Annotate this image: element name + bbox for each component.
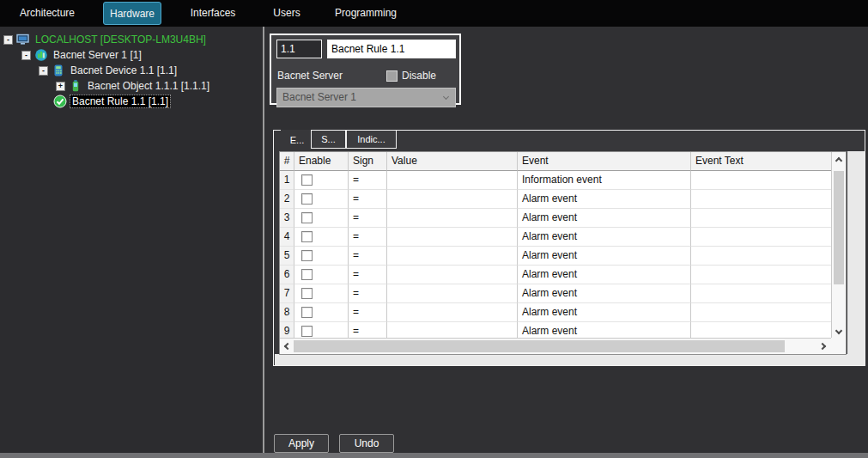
computer-icon — [16, 33, 30, 46]
sign-cell[interactable]: = — [349, 228, 387, 247]
enable-checkbox[interactable] — [301, 269, 313, 280]
enable-cell — [294, 303, 349, 322]
event-text-cell[interactable] — [691, 209, 846, 228]
row-number: 3 — [280, 209, 294, 228]
event-text-cell[interactable] — [691, 247, 846, 266]
tree-item-label[interactable]: LOCALHOST [DESKTOP-LM3U4BH] — [33, 34, 208, 46]
scrollbar-corner — [831, 338, 846, 354]
enable-checkbox[interactable] — [301, 288, 313, 299]
apply-button[interactable]: Apply — [274, 434, 329, 453]
value-cell[interactable] — [387, 209, 518, 228]
scroll-down-icon[interactable] — [835, 327, 842, 334]
event-text-cell[interactable] — [691, 266, 846, 284]
nav-tab-architecture[interactable]: Architecture — [9, 2, 86, 25]
value-cell[interactable] — [387, 266, 518, 284]
event-text-cell[interactable] — [691, 190, 846, 209]
event-cell[interactable]: Alarm event — [518, 190, 691, 209]
rule-name-field[interactable] — [327, 40, 456, 58]
value-cell[interactable] — [387, 190, 518, 209]
server-label: Bacnet Server — [277, 70, 343, 82]
event-cell[interactable]: Alarm event — [518, 303, 691, 322]
row-number: 7 — [280, 284, 294, 303]
tree-item-bacnet-object[interactable]: + Bacnet Object 1.1.1 [1.1.1] — [56, 78, 211, 94]
disable-label: Disable — [402, 70, 436, 82]
table-row: 2 = Alarm event — [280, 190, 846, 209]
bacnet-server-icon — [34, 48, 48, 62]
nav-tab-programming[interactable]: Programming — [326, 2, 405, 25]
event-cell[interactable]: Alarm event — [518, 209, 691, 228]
event-cell[interactable]: Information event — [518, 171, 691, 190]
collapse-expander-icon[interactable]: - — [3, 35, 13, 45]
value-cell[interactable] — [387, 247, 518, 266]
sign-cell[interactable]: = — [349, 209, 387, 228]
rule-check-icon — [53, 95, 67, 108]
col-header-num[interactable]: # — [280, 152, 294, 171]
tree-item-label[interactable]: Bacnet Device 1.1 [1.1] — [69, 64, 179, 76]
value-cell[interactable] — [387, 303, 518, 322]
scroll-up-icon[interactable] — [835, 157, 842, 164]
enable-checkbox[interactable] — [301, 231, 313, 242]
event-text-cell[interactable] — [691, 303, 846, 322]
expand-expander-icon[interactable]: + — [56, 82, 65, 91]
vertical-scrollbar-thumb[interactable] — [834, 171, 844, 284]
enable-checkbox[interactable] — [301, 307, 313, 318]
sign-cell[interactable]: = — [349, 284, 387, 303]
tab-indications[interactable]: Indic... — [346, 130, 397, 149]
table-row: 4 = Alarm event — [280, 228, 846, 247]
col-header-sign[interactable]: Sign — [349, 152, 387, 171]
panel-splitter[interactable] — [263, 27, 264, 454]
collapse-expander-icon[interactable]: - — [21, 51, 31, 60]
horizontal-scrollbar[interactable] — [280, 338, 832, 354]
tree-item-label[interactable]: Bacnet Rule 1.1 [1.1] — [70, 95, 170, 107]
nav-tab-interfaces[interactable]: Interfaces — [174, 2, 252, 25]
value-cell[interactable] — [387, 228, 518, 247]
tab-events[interactable]: E... — [284, 131, 310, 149]
row-number: 4 — [280, 228, 294, 247]
enable-checkbox[interactable] — [301, 212, 313, 223]
enable-cell — [294, 284, 349, 303]
enable-checkbox[interactable] — [301, 174, 313, 186]
col-header-event[interactable]: Event — [518, 152, 691, 171]
event-cell[interactable]: Alarm event — [518, 247, 691, 266]
tab-settings[interactable]: S... — [311, 130, 346, 149]
tree-item-bacnet-device[interactable]: - Bacnet Device 1.1 [1.1] — [39, 63, 179, 78]
tree-item-bacnet-server[interactable]: - Bacnet Server 1 [1] — [21, 47, 143, 63]
event-cell[interactable]: Alarm event — [518, 266, 691, 284]
vertical-scrollbar[interactable] — [831, 152, 846, 339]
tree-item-label[interactable]: Bacnet Object 1.1.1 [1.1.1] — [86, 80, 211, 92]
enable-checkbox[interactable] — [301, 250, 313, 261]
sign-cell[interactable]: = — [349, 190, 387, 209]
server-select[interactable]: Bacnet Server 1 — [276, 88, 456, 107]
event-cell[interactable]: Alarm event — [518, 284, 691, 303]
enable-checkbox[interactable] — [301, 326, 313, 337]
event-text-cell[interactable] — [691, 171, 846, 190]
col-header-value[interactable]: Value — [387, 152, 518, 171]
undo-button[interactable]: Undo — [339, 434, 394, 453]
tree-item-localhost[interactable]: - LOCALHOST [DESKTOP-LM3U4BH] — [3, 32, 208, 47]
event-text-cell[interactable] — [691, 284, 846, 303]
col-header-event-text[interactable]: Event Text — [691, 152, 846, 171]
enable-cell — [294, 171, 349, 190]
scroll-right-icon[interactable] — [819, 343, 826, 350]
scroll-left-icon[interactable] — [284, 343, 291, 350]
event-text-cell[interactable] — [691, 228, 846, 247]
sign-cell[interactable]: = — [349, 266, 387, 284]
disable-checkbox[interactable] — [386, 70, 398, 82]
value-cell[interactable] — [387, 284, 518, 303]
tree-item-label[interactable]: Bacnet Server 1 [1] — [52, 49, 143, 61]
enable-cell — [294, 209, 349, 228]
panel-scrollbar-gutter[interactable] — [847, 151, 865, 363]
enable-checkbox[interactable] — [301, 193, 313, 205]
sign-cell[interactable]: = — [349, 303, 387, 322]
nav-tab-hardware[interactable]: Hardware — [103, 2, 161, 25]
tree-item-bacnet-rule[interactable]: Bacnet Rule 1.1 [1.1] — [53, 94, 170, 109]
col-header-enable[interactable]: Enable — [294, 152, 349, 171]
horizontal-scrollbar-thumb[interactable] — [294, 340, 785, 352]
nav-tab-users[interactable]: Users — [248, 2, 325, 25]
value-cell[interactable] — [387, 171, 518, 190]
sign-cell[interactable]: = — [349, 247, 387, 266]
event-cell[interactable]: Alarm event — [518, 228, 691, 247]
sign-cell[interactable]: = — [349, 171, 387, 190]
rule-id-field[interactable] — [276, 40, 322, 58]
collapse-expander-icon[interactable]: - — [39, 66, 48, 76]
